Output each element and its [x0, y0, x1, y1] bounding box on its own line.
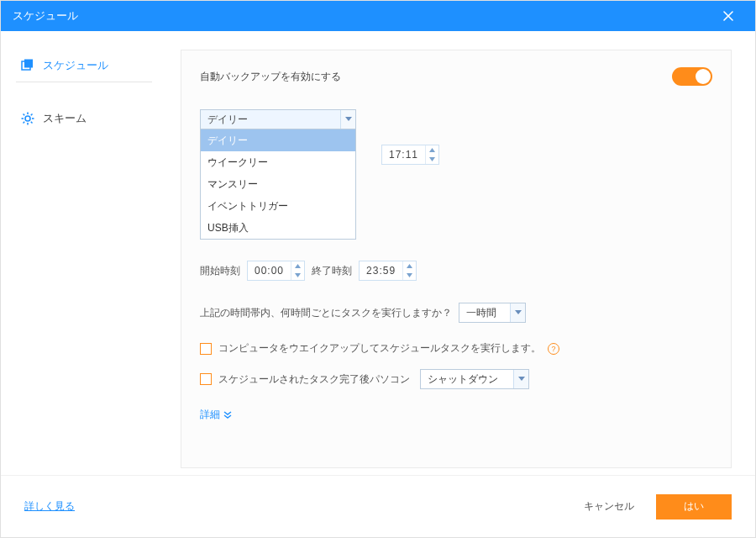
chevron-down-icon — [513, 370, 528, 388]
frequency-dropdown: デイリー ウイークリー マンスリー イベントトリガー USB挿入 — [200, 129, 356, 240]
svg-point-2 — [25, 116, 30, 121]
spinner-buttons[interactable] — [425, 145, 438, 164]
after-task-select[interactable]: シャットダウン — [420, 369, 529, 389]
interval-select[interactable]: 一時間 — [459, 303, 526, 323]
svg-line-7 — [24, 114, 25, 116]
interval-question: 上記の時間帯内、何時間ごとにタスクを実行しますか？ — [200, 306, 452, 320]
after-task-value: シャットダウン — [421, 372, 513, 387]
svg-rect-1 — [24, 60, 33, 68]
chevron-double-down-icon — [223, 411, 232, 419]
close-button[interactable] — [713, 1, 743, 31]
after-task-label: スケジュールされたタスク完了後パソコン — [218, 372, 410, 387]
end-time-value: 23:59 — [360, 265, 402, 277]
svg-line-10 — [24, 122, 25, 124]
ok-button[interactable]: はい — [656, 494, 732, 520]
cancel-button[interactable]: キャンセル — [567, 494, 651, 520]
sidebar-item-label: スケジュール — [43, 58, 108, 73]
sidebar-item-scheme[interactable]: スキーム — [1, 103, 167, 134]
frequency-option-daily[interactable]: デイリー — [201, 129, 355, 151]
learn-more-link[interactable]: 詳しく見る — [24, 499, 75, 514]
after-task-checkbox[interactable] — [200, 373, 212, 385]
chevron-down-icon — [510, 303, 525, 322]
start-time-spinner[interactable]: 00:00 — [247, 261, 305, 281]
frequency-option-monthly[interactable]: マンスリー — [201, 173, 355, 195]
spinner-buttons[interactable] — [291, 261, 304, 280]
time-value: 17:11 — [382, 149, 425, 161]
svg-line-9 — [31, 114, 33, 116]
wake-checkbox[interactable] — [200, 343, 212, 355]
end-time-spinner[interactable]: 23:59 — [359, 261, 417, 281]
enable-backup-label: 自動バックアップを有効にする — [200, 70, 341, 84]
help-icon[interactable]: ? — [548, 343, 559, 355]
frequency-option-usb[interactable]: USB挿入 — [201, 217, 355, 239]
frequency-value: デイリー — [201, 113, 340, 127]
frequency-option-event[interactable]: イベントトリガー — [201, 195, 355, 217]
sidebar-item-schedule[interactable]: スケジュール — [1, 50, 167, 82]
start-time-value: 00:00 — [248, 265, 291, 277]
wake-label: コンピュータをウエイクアップしてスケジュールタスクを実行します。 — [218, 341, 541, 356]
chevron-down-icon — [340, 110, 355, 129]
dialog-title: スケジュール — [13, 8, 78, 24]
time-spinner[interactable]: 17:11 — [381, 145, 439, 165]
more-label: 詳細 — [200, 408, 220, 422]
interval-value: 一時間 — [459, 306, 510, 320]
more-link[interactable]: 詳細 — [200, 408, 232, 422]
sidebar-item-label: スキーム — [43, 111, 87, 126]
gear-icon — [21, 112, 34, 125]
start-time-label: 開始時刻 — [200, 264, 240, 278]
schedule-icon — [21, 59, 34, 72]
svg-line-8 — [31, 122, 33, 124]
frequency-option-weekly[interactable]: ウイークリー — [201, 151, 355, 173]
frequency-select[interactable]: デイリー — [200, 109, 356, 129]
close-icon — [723, 11, 733, 21]
toggle-knob — [696, 69, 711, 84]
enable-backup-toggle[interactable] — [672, 67, 712, 86]
end-time-label: 終了時刻 — [312, 264, 352, 278]
spinner-buttons[interactable] — [402, 261, 416, 280]
